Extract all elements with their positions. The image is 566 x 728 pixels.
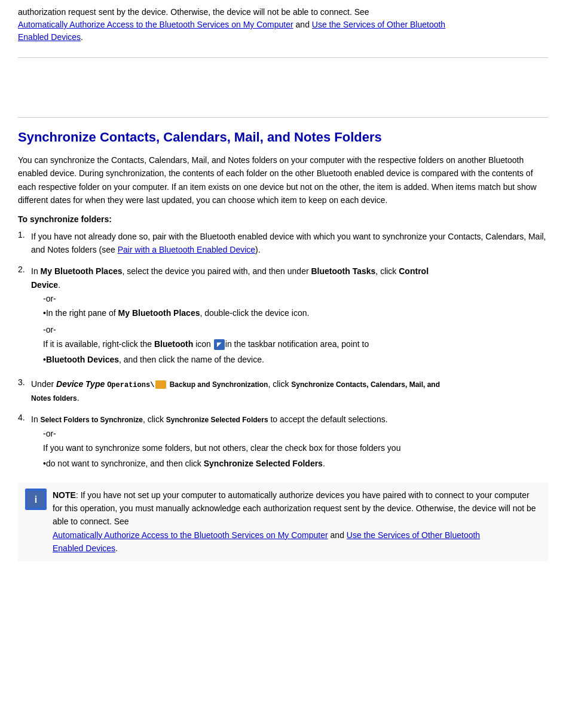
note-box: i NOTE: If you have not set up your comp… bbox=[18, 483, 548, 561]
step-4-content: In Select Folders to Synchronize, click … bbox=[31, 413, 548, 472]
step-2: 2. In My Bluetooth Places, select the de… bbox=[18, 265, 548, 368]
top-text-before-links: authorization request sent by the device… bbox=[18, 7, 369, 17]
step-2-content: In My Bluetooth Places, select the devic… bbox=[31, 265, 548, 368]
step-4-bullet1: If you want to synchronize some folders,… bbox=[43, 441, 548, 454]
step-3-num: 3. bbox=[18, 377, 30, 387]
step-2-bullet1: •In the right pane of My Bluetooth Place… bbox=[43, 306, 548, 320]
step-1-end: ). bbox=[255, 245, 261, 254]
step-4-bullet1b: •do not want to synchronize, and then cl… bbox=[43, 457, 548, 470]
main-section: Synchronize Contacts, Calendars, Mail, a… bbox=[18, 118, 548, 573]
step-2-text-in: In My Bluetooth Places, select the devic… bbox=[31, 266, 429, 276]
svg-text:i: i bbox=[35, 494, 37, 505]
folder-icon-inline bbox=[155, 380, 166, 389]
note-and: and bbox=[331, 530, 347, 540]
bluetooth-icon-inline: ◤ bbox=[214, 339, 225, 350]
step-2-num: 2. bbox=[18, 265, 30, 274]
step-3: 3. Under Device Type Operations\ Backup … bbox=[18, 377, 548, 405]
auto-authorize-link-note[interactable]: Automatically Authorize Access to the Bl… bbox=[53, 530, 328, 540]
note-icon: i bbox=[25, 489, 47, 510]
step-2-bullet2: If it is available, right-click the Blue… bbox=[43, 337, 548, 351]
step-1-text: If you have not already done so, pair wi… bbox=[31, 232, 546, 254]
subsection-title: To synchronize folders: bbox=[18, 214, 548, 224]
step-1-content: If you have not already done so, pair wi… bbox=[31, 230, 548, 257]
step-2-bullet2b: •Bluetooth Devices, and then click the n… bbox=[43, 353, 548, 366]
note-content: : If you have not set up your computer t… bbox=[53, 490, 536, 527]
step-4-num: 4. bbox=[18, 413, 30, 422]
section-title: Synchronize Contacts, Calendars, Mail, a… bbox=[18, 130, 548, 145]
top-paragraph: authorization request sent by the device… bbox=[18, 6, 548, 44]
step-2-or2: -or- bbox=[43, 322, 548, 337]
pair-with-device-link[interactable]: Pair with a Bluetooth Enabled Device bbox=[118, 245, 255, 254]
top-period: . bbox=[81, 32, 83, 42]
spacer-section bbox=[18, 58, 548, 118]
top-and-text: and bbox=[296, 20, 312, 29]
step-2-or1: -or- bbox=[43, 291, 548, 306]
auto-authorize-link-top[interactable]: Automatically Authorize Access to the Bl… bbox=[18, 20, 293, 29]
step-4-or1: -or- bbox=[43, 426, 548, 441]
step-2-device: Device. bbox=[31, 280, 60, 290]
top-section: authorization request sent by the device… bbox=[18, 0, 548, 58]
note-label: NOTE bbox=[53, 490, 76, 500]
step-1-num: 1. bbox=[18, 230, 30, 239]
step-1: 1. If you have not already done so, pair… bbox=[18, 230, 548, 257]
note-period: . bbox=[115, 543, 118, 553]
step-3-content: Under Device Type Operations\ Backup and… bbox=[31, 377, 548, 405]
intro-paragraph: You can synchronize the Contacts, Calend… bbox=[18, 153, 548, 207]
note-text: NOTE: If you have not set up your comput… bbox=[53, 489, 541, 555]
step-4: 4. In Select Folders to Synchronize, cli… bbox=[18, 413, 548, 472]
